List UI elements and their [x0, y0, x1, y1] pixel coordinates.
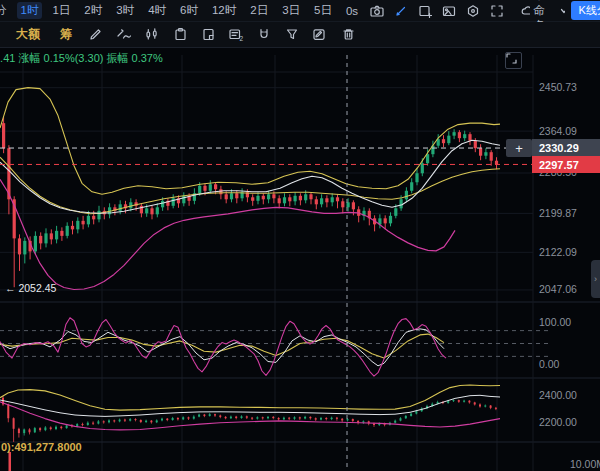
svg-text:2199.87: 2199.87 [539, 207, 577, 219]
large-orders-button[interactable]: 大额 [16, 26, 40, 43]
svg-text:0.00: 0.00 [539, 358, 560, 370]
volume-pane [9, 452, 12, 471]
draw-pencil-icon[interactable] [394, 2, 408, 20]
interval-1d[interactable]: 1日 [48, 2, 74, 19]
band-pane [0, 385, 500, 442]
image-snapshot-icon[interactable] [442, 2, 456, 20]
candle-pattern-tool-icon[interactable] [143, 26, 161, 44]
svg-text:2450.73: 2450.73 [539, 81, 577, 93]
side-panel-expander[interactable]: › [591, 260, 600, 298]
chips-button[interactable]: 筹 [60, 26, 72, 43]
trash-icon[interactable] [339, 26, 357, 44]
magnet-tool-icon[interactable] [255, 26, 273, 44]
interval-2h[interactable]: 2时 [80, 2, 106, 19]
interval-toolbar: 分 1时 1日 2时 3时 4时 6时 12时 2日 3日 5日 0s [0, 0, 600, 22]
svg-text:2122.09: 2122.09 [539, 246, 577, 258]
svg-text:2047.06: 2047.06 [539, 283, 577, 295]
price-change-info: 3.41 涨幅 0.15%(3.30) 振幅 0.37% [0, 51, 163, 66]
camera-icon[interactable] [370, 2, 384, 20]
svg-text:2364.09: 2364.09 [539, 125, 577, 137]
interval-3h[interactable]: 3时 [112, 2, 138, 19]
crosshair-price-label: 2330.29 [532, 139, 600, 157]
note-edit-tool-icon[interactable]: 2 [227, 26, 245, 44]
interval-2d[interactable]: 2日 [246, 2, 272, 19]
clipboard-tool-icon[interactable] [171, 26, 189, 44]
last-price-label: 2297.57 [532, 156, 600, 173]
low-price-marker: ← 2052.45 [5, 282, 56, 294]
kline-analyze-button[interactable]: K线分析 [571, 1, 600, 20]
interval-12h[interactable]: 12时 [208, 2, 240, 19]
low-price-value: 2052.45 [18, 282, 56, 294]
chevron-right-icon: › [594, 274, 597, 284]
edit-layout-icon[interactable] [311, 26, 329, 44]
drawing-toolbar: 大额 筹 2 [0, 22, 600, 48]
svg-text:2400.00: 2400.00 [539, 389, 577, 401]
bookmark-tool-icon[interactable] [199, 26, 217, 44]
interval-1h[interactable]: 1时 [17, 2, 43, 19]
interval-6h[interactable]: 6时 [176, 2, 202, 19]
settings-icon[interactable] [466, 2, 480, 20]
main-pane [0, 88, 500, 290]
oscillator-pane [0, 318, 446, 376]
crosshair [0, 55, 533, 471]
trading-app-window: 分 1时 1日 2时 3时 4时 6时 12时 2日 3日 5日 0s [0, 0, 600, 471]
fullscreen-icon[interactable] [490, 2, 504, 20]
chart-canvas[interactable]: 2450.732364.092280.502199.872122.092047.… [0, 48, 600, 471]
cloud-icon [521, 4, 530, 18]
left-arrow-icon: ← [5, 282, 16, 294]
crosshair-add-button[interactable]: + [506, 139, 532, 157]
interval-3d[interactable]: 3日 [278, 2, 304, 19]
filter-tool-icon[interactable] [283, 26, 301, 44]
add-chart-icon[interactable] [418, 2, 432, 20]
volume-indicator-title: 0):491,277.8000 [1, 441, 82, 453]
pane-expand-icon[interactable] [505, 52, 522, 69]
grid [0, 55, 600, 471]
svg-text:10.00M: 10.00M [570, 458, 600, 470]
brush-wave-tool-icon[interactable] [115, 26, 133, 44]
interval-4h[interactable]: 4时 [144, 2, 170, 19]
interval-minute[interactable]: 分 [0, 2, 11, 19]
svg-text:2: 2 [240, 35, 244, 42]
pencil-tool-icon[interactable] [87, 26, 105, 44]
interval-5d[interactable]: 5日 [310, 2, 336, 19]
svg-text:100.00: 100.00 [539, 316, 571, 328]
chart-area[interactable]: 2450.732364.092280.502199.872122.092047.… [0, 48, 600, 471]
svg-text:2200.00: 2200.00 [539, 416, 577, 428]
chevron-down-icon [559, 6, 565, 16]
countdown-timer: 0s [342, 4, 362, 18]
